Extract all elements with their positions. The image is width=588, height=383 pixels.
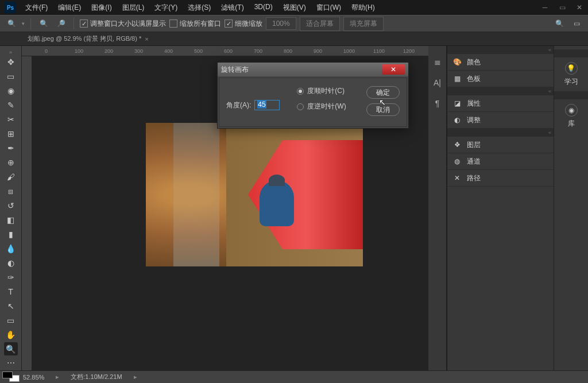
panel-label: 属性 [467, 99, 481, 109]
swatches-panel-tab[interactable]: ▦色板 [447, 71, 554, 87]
eraser-tool-icon[interactable]: ◧ [4, 213, 18, 226]
panel-label: 图层 [467, 140, 481, 150]
panel-group-header[interactable]: « [447, 87, 554, 95]
fg-swatch[interactable] [2, 372, 13, 378]
pen-tool-icon[interactable]: ✑ [4, 270, 18, 284]
dialog-titlebar[interactable]: 旋转画布 ✕ [218, 63, 408, 76]
zoom-in-icon[interactable]: 🔍 [37, 17, 51, 30]
workspace-icon[interactable]: ▭ [570, 17, 583, 30]
properties-panel-tab[interactable]: ◪属性 [447, 95, 554, 112]
channels-panel-tab[interactable]: ◍通道 [447, 153, 554, 170]
cancel-button[interactable]: 取消 [366, 103, 400, 116]
zoom-out-icon[interactable]: 🔎 [54, 17, 68, 30]
path-select-tool-icon[interactable]: ↖ [4, 299, 18, 312]
fit-screen-button[interactable]: 适合屏幕 [300, 17, 340, 31]
swatches-icon: ▦ [452, 73, 462, 84]
angle-value: 45 [257, 100, 266, 109]
eyedropper-tool-icon[interactable]: ✒ [4, 142, 18, 155]
status-zoom[interactable]: 52.85% [23, 374, 44, 381]
menu-window[interactable]: 窗口(W) [312, 1, 346, 14]
dodge-tool-icon[interactable]: ◐ [4, 256, 18, 269]
angle-input[interactable]: 45 [254, 100, 280, 110]
menu-layer[interactable]: 图层(L) [118, 1, 149, 14]
angle-label: 角度(A): [226, 100, 251, 110]
adjustments-panel-tab[interactable]: ◐调整 [447, 112, 554, 129]
horizontal-ruler[interactable]: 0 100 200 300 400 500 600 700 800 900 10… [22, 46, 428, 56]
zoom-tool-icon[interactable]: 🔍 [4, 342, 18, 355]
close-icon[interactable]: ✕ [571, 0, 588, 15]
frame-tool-icon[interactable]: ⊞ [4, 127, 18, 141]
minimize-icon[interactable]: ─ [536, 0, 554, 15]
character-panel-icon[interactable]: ≣ [434, 57, 441, 67]
fine-zoom-checkbox[interactable]: 细微缩放 [225, 19, 262, 29]
document-tab-bar: 划船.jpeg @ 52.9% (背景 拷贝, RGB/8) * × [0, 32, 588, 46]
menu-edit[interactable]: 编辑(E) [53, 1, 86, 14]
toolbar-collapse-icon[interactable]: » [0, 49, 21, 55]
ruler-tick: 700 [254, 48, 262, 54]
panel-group-header[interactable]: « [447, 46, 554, 54]
menu-view[interactable]: 视图(V) [278, 1, 311, 14]
panel-header[interactable] [554, 91, 588, 99]
panel-label: 调整 [467, 115, 481, 125]
color-swatch[interactable] [2, 372, 20, 382]
app-logo: Ps [5, 2, 16, 13]
menu-select[interactable]: 选择(S) [183, 1, 215, 14]
move-tool-icon[interactable]: ✥ [4, 56, 18, 69]
ok-button[interactable]: 确定 [366, 86, 400, 99]
blur-tool-icon[interactable]: 💧 [4, 242, 18, 255]
menu-type[interactable]: 文字(Y) [150, 1, 182, 14]
collapsed-panel-strip: ≣ A| ¶ [428, 46, 447, 370]
document-image [146, 123, 363, 266]
shape-tool-icon[interactable]: ▭ [4, 314, 18, 327]
quick-select-tool-icon[interactable]: ✎ [4, 99, 18, 112]
panel-header[interactable] [554, 49, 588, 57]
glyphs-panel-icon[interactable]: ¶ [435, 99, 440, 108]
menu-help[interactable]: 帮助(H) [347, 1, 380, 14]
library-panel-button[interactable]: ◉ 库 [565, 104, 578, 129]
type-tool-icon[interactable]: T [4, 285, 18, 298]
menu-file[interactable]: 文件(F) [21, 1, 52, 14]
color-panel-tab[interactable]: 🎨颜色 [447, 54, 554, 71]
status-info-arrow-icon[interactable]: ▸ [56, 373, 59, 381]
status-doc-size[interactable]: 文档:1.10M/2.21M [71, 373, 122, 381]
gradient-tool-icon[interactable]: ▮ [4, 227, 18, 241]
history-brush-tool-icon[interactable]: ↺ [4, 199, 18, 212]
dropdown-icon[interactable]: ▾ [22, 21, 25, 26]
status-arrow-icon[interactable]: ▸ [134, 373, 137, 381]
menu-3d[interactable]: 3D(D) [250, 1, 277, 14]
zoom-tool-preset-icon[interactable]: 🔍 [5, 17, 18, 30]
brush-tool-icon[interactable]: 🖌 [4, 171, 18, 184]
hand-tool-icon[interactable]: ✋ [4, 328, 18, 341]
spot-heal-tool-icon[interactable]: ⊕ [4, 156, 18, 169]
marquee-tool-icon[interactable]: ▭ [4, 70, 18, 83]
dialog-close-button[interactable]: ✕ [382, 64, 405, 75]
cw-radio[interactable]: 度顺时针(C) [297, 86, 346, 96]
lasso-tool-icon[interactable]: ◉ [4, 84, 18, 98]
maximize-icon[interactable]: ▭ [554, 0, 571, 15]
zoom-all-checkbox[interactable]: 缩放所有窗口 [169, 19, 221, 29]
document-tab-close-icon[interactable]: × [145, 36, 148, 42]
right-panels: « 🎨颜色 ▦色板 « ◪属性 ◐调整 « ❖图层 ◍通道 ✕路径 [447, 46, 554, 370]
layers-panel-tab[interactable]: ❖图层 [447, 137, 554, 153]
ccw-radio[interactable]: 度逆时针(W) [297, 102, 346, 111]
vertical-ruler[interactable] [22, 56, 32, 370]
panel-group-header[interactable]: « [447, 129, 554, 137]
document-tab[interactable]: 划船.jpeg @ 52.9% (背景 拷贝, RGB/8) * × [22, 32, 154, 45]
ruler-tick: 1000 [343, 48, 355, 54]
fill-screen-button[interactable]: 填充屏幕 [343, 17, 384, 31]
crop-tool-icon[interactable]: ✂ [4, 113, 18, 126]
menu-filter[interactable]: 滤镜(T) [216, 1, 248, 14]
clone-stamp-tool-icon[interactable]: ⧇ [4, 185, 18, 198]
zoom-all-label: 缩放所有窗口 [180, 20, 221, 28]
search-icon[interactable]: 🔍 [552, 17, 566, 30]
learn-panel-button[interactable]: 💡 学习 [564, 62, 578, 87]
paragraph-panel-icon[interactable]: A| [434, 78, 441, 87]
lightbulb-icon: 💡 [565, 62, 578, 75]
fit-window-checkbox[interactable]: 调整窗口大小以满屏显示 [80, 19, 166, 29]
menu-image[interactable]: 图像(I) [87, 1, 116, 14]
paths-panel-tab[interactable]: ✕路径 [447, 170, 554, 187]
main-menu: 文件(F) 编辑(E) 图像(I) 图层(L) 文字(Y) 选择(S) 滤镜(T… [21, 1, 380, 14]
zoom-100-button[interactable]: 100% [266, 17, 296, 30]
edit-toolbar-icon[interactable]: ⋯ [4, 357, 18, 370]
status-bar: 52.85% ▸ 文档:1.10M/2.21M ▸ [0, 370, 588, 383]
